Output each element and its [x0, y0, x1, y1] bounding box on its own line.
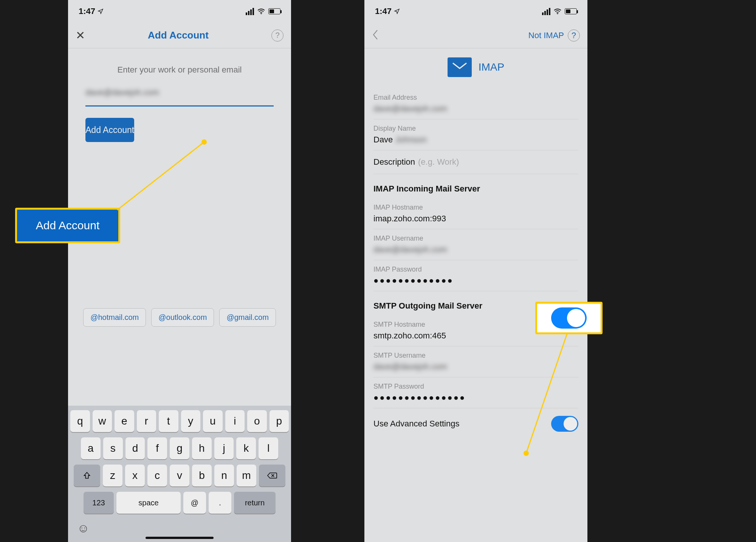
- key-j[interactable]: j: [214, 437, 234, 459]
- home-indicator[interactable]: [146, 537, 214, 539]
- status-bar: 1:47: [68, 0, 291, 23]
- imap-password-label: IMAP Password: [373, 266, 578, 273]
- back-icon[interactable]: [372, 29, 379, 42]
- key-l[interactable]: l: [259, 437, 278, 459]
- key-v[interactable]: v: [170, 465, 189, 486]
- imap-password-value[interactable]: ●●●●●●●●●●●●●: [373, 276, 578, 286]
- status-bar: 1:47: [364, 0, 587, 23]
- cellular-icon: [542, 8, 550, 15]
- screenshot-add-account: 1:47 ✕ Add Account ? Enter your work or …: [68, 0, 291, 542]
- key-z[interactable]: z: [103, 465, 122, 486]
- status-time: 1:47: [79, 6, 95, 16]
- display-name-label: Display Name: [373, 125, 578, 133]
- not-imap-link[interactable]: Not IMAP: [528, 31, 564, 40]
- imap-section-header: IMAP Incoming Mail Server: [364, 174, 587, 198]
- key-dot[interactable]: .: [209, 492, 231, 514]
- key-o[interactable]: o: [247, 410, 267, 432]
- chip-gmail[interactable]: @gmail.com: [219, 308, 276, 327]
- key-q[interactable]: q: [70, 410, 90, 432]
- chip-hotmail[interactable]: @hotmail.com: [83, 308, 146, 327]
- help-icon[interactable]: ?: [568, 29, 580, 42]
- battery-icon: [565, 8, 577, 14]
- add-account-button[interactable]: Add Account: [85, 118, 134, 142]
- wifi-icon: [553, 8, 562, 14]
- nav-title: Add Account: [148, 29, 209, 41]
- key-123[interactable]: 123: [84, 492, 114, 514]
- key-p[interactable]: p: [270, 410, 289, 432]
- key-u[interactable]: u: [203, 410, 223, 432]
- key-f[interactable]: f: [147, 437, 167, 459]
- imap-username-label: IMAP Username: [373, 235, 578, 242]
- key-y[interactable]: y: [181, 410, 201, 432]
- imap-username-value[interactable]: dave@davejoh.com: [373, 245, 578, 255]
- advanced-settings-label: Use Advanced Settings: [373, 419, 459, 429]
- domain-suggestions: @hotmail.com @outlook.com @gmail.com: [68, 308, 291, 327]
- smtp-username-label: SMTP Username: [373, 352, 578, 360]
- key-backspace[interactable]: [259, 465, 285, 486]
- key-c[interactable]: c: [147, 465, 167, 486]
- smtp-password-value[interactable]: ●●●●●●●●●●●●●●●: [373, 393, 578, 403]
- wifi-icon: [257, 8, 265, 14]
- key-k[interactable]: k: [236, 437, 256, 459]
- nav-bar: ✕ Add Account ?: [68, 23, 291, 48]
- key-m[interactable]: m: [237, 465, 256, 486]
- email-value: dave@davejoh.com: [85, 88, 159, 97]
- key-t[interactable]: t: [159, 410, 178, 432]
- key-a[interactable]: a: [81, 437, 101, 459]
- key-d[interactable]: d: [125, 437, 145, 459]
- prompt-text: Enter your work or personal email: [68, 65, 291, 75]
- key-s[interactable]: s: [103, 437, 123, 459]
- help-icon[interactable]: ?: [271, 29, 284, 42]
- key-space[interactable]: space: [116, 492, 181, 514]
- emoji-icon[interactable]: ☺: [77, 521, 90, 535]
- backspace-icon: [267, 472, 277, 479]
- key-g[interactable]: g: [170, 437, 189, 459]
- imap-hostname-value[interactable]: imap.zoho.com:993: [373, 214, 578, 224]
- keyboard: q w e r t y u i o p a s d f g h j k l z: [68, 406, 291, 542]
- callout-toggle: [535, 302, 603, 334]
- imap-hostname-label: IMAP Hostname: [373, 204, 578, 212]
- key-e[interactable]: e: [115, 410, 134, 432]
- screenshot-imap-settings: 1:47 Not IMAP ? IMAP Email Address dave@…: [364, 0, 587, 542]
- key-at[interactable]: @: [183, 492, 206, 514]
- email-input[interactable]: dave@davejoh.com: [85, 88, 274, 107]
- display-name-value[interactable]: Dave Johnson: [373, 135, 578, 145]
- battery-icon: [268, 8, 280, 14]
- status-time: 1:47: [375, 6, 392, 16]
- advanced-settings-toggle[interactable]: [551, 416, 578, 432]
- close-icon[interactable]: ✕: [76, 29, 85, 42]
- svg-point-1: [557, 13, 558, 14]
- svg-point-0: [261, 13, 262, 14]
- key-w[interactable]: w: [93, 410, 112, 432]
- imap-title: IMAP: [479, 61, 504, 73]
- key-x[interactable]: x: [125, 465, 145, 486]
- chip-outlook[interactable]: @outlook.com: [151, 308, 214, 327]
- key-shift[interactable]: [74, 465, 100, 486]
- smtp-username-value[interactable]: dave@davejoh.com: [373, 362, 578, 372]
- key-b[interactable]: b: [192, 465, 212, 486]
- key-n[interactable]: n: [214, 465, 234, 486]
- key-r[interactable]: r: [137, 410, 156, 432]
- key-return[interactable]: return: [234, 492, 276, 514]
- shift-icon: [83, 471, 91, 480]
- callout-add-account: Add Account: [15, 208, 120, 243]
- mail-icon: [448, 57, 472, 77]
- description-field[interactable]: Description (e.g. Work): [373, 150, 578, 174]
- smtp-password-label: SMTP Password: [373, 383, 578, 391]
- key-h[interactable]: h: [192, 437, 212, 459]
- key-i[interactable]: i: [225, 410, 245, 432]
- location-icon: [98, 8, 104, 14]
- email-address-value[interactable]: dave@davejoh.com: [373, 104, 578, 114]
- toggle-icon: [551, 307, 587, 329]
- email-address-label: Email Address: [373, 94, 578, 102]
- imap-header: IMAP: [364, 48, 587, 88]
- nav-bar: Not IMAP ?: [364, 23, 587, 48]
- location-icon: [394, 8, 400, 14]
- cellular-icon: [246, 8, 254, 15]
